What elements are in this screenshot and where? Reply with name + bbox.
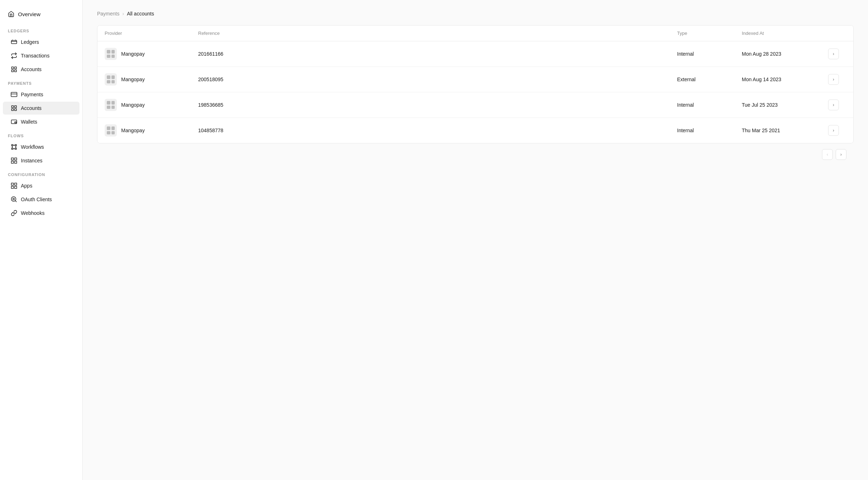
- icon-dot: [107, 80, 110, 84]
- provider-icon-2: [105, 73, 117, 86]
- icon-dot: [107, 50, 110, 54]
- row-arrow-3[interactable]: ›: [828, 100, 839, 110]
- wallets-icon: [11, 119, 17, 125]
- accounts-table: Provider Reference Type Indexed At Mango…: [97, 25, 854, 143]
- sidebar-item-instances[interactable]: Instances: [3, 154, 79, 167]
- provider-name-1: Mangopay: [121, 51, 145, 57]
- svg-rect-5: [11, 92, 17, 97]
- date-cell-4: Thu Mar 25 2021: [742, 128, 828, 133]
- svg-rect-23: [15, 161, 17, 163]
- svg-rect-25: [15, 183, 17, 185]
- row-arrow-1[interactable]: ›: [828, 49, 839, 59]
- type-cell-4: Internal: [677, 128, 742, 133]
- svg-rect-0: [12, 41, 17, 44]
- oauth-icon: [11, 196, 17, 203]
- section-label-ledgers: LEDGERS: [0, 24, 82, 35]
- ledgers-label: Ledgers: [21, 39, 39, 45]
- col-header-reference: Reference: [198, 31, 677, 36]
- icon-dot: [107, 126, 110, 130]
- sidebar-item-ledgers[interactable]: Ledgers: [3, 36, 79, 49]
- breadcrumb-separator: ›: [122, 11, 124, 17]
- type-cell-3: Internal: [677, 102, 742, 108]
- webhooks-label: Webhooks: [21, 210, 45, 216]
- svg-rect-7: [12, 106, 13, 107]
- sidebar-item-accounts-payments[interactable]: Accounts: [3, 102, 79, 115]
- main-content: Payments › All accounts Provider Referen…: [83, 0, 868, 480]
- next-page-button[interactable]: ›: [836, 149, 846, 160]
- sidebar-item-transactions[interactable]: Transactions: [3, 49, 79, 62]
- apps-label: Apps: [21, 183, 32, 189]
- apps-icon: [11, 183, 17, 189]
- svg-rect-27: [15, 186, 17, 189]
- table-row[interactable]: Mangopay 104858778 Internal Thu Mar 25 2…: [97, 118, 853, 143]
- icon-dot: [107, 101, 110, 105]
- provider-icon-3: [105, 99, 117, 111]
- provider-cell-1: Mangopay: [105, 48, 198, 60]
- sidebar-item-workflows[interactable]: Workflows: [3, 140, 79, 153]
- reference-cell-4: 104858778: [198, 128, 677, 133]
- row-arrow-4[interactable]: ›: [828, 125, 839, 136]
- accounts-payments-icon: [11, 105, 17, 111]
- svg-rect-9: [12, 109, 13, 111]
- type-cell-1: Internal: [677, 51, 742, 57]
- sidebar-item-payments[interactable]: Payments: [3, 88, 79, 101]
- payments-label: Payments: [21, 92, 43, 97]
- breadcrumb-parent[interactable]: Payments: [97, 11, 119, 17]
- svg-rect-8: [15, 106, 17, 107]
- reference-cell-3: 198536685: [198, 102, 677, 108]
- workflows-label: Workflows: [21, 144, 44, 150]
- provider-icon-4: [105, 124, 117, 137]
- icon-dot: [111, 55, 115, 58]
- overview-label: Overview: [18, 11, 41, 17]
- transactions-icon: [11, 52, 17, 59]
- sidebar-item-wallets[interactable]: Wallets: [3, 115, 79, 128]
- webhooks-icon: [11, 210, 17, 216]
- svg-rect-20: [12, 158, 14, 160]
- date-cell-3: Tue Jul 25 2023: [742, 102, 828, 108]
- sidebar-item-oauth-clients[interactable]: OAuth Clients: [3, 193, 79, 206]
- icon-dot: [111, 50, 115, 54]
- breadcrumb-current: All accounts: [127, 11, 154, 17]
- sidebar-item-apps[interactable]: Apps: [3, 179, 79, 192]
- sidebar: Overview LEDGERS Ledgers Transactions Ac…: [0, 0, 83, 480]
- col-header-indexed-at: Indexed At: [742, 31, 828, 36]
- sidebar-item-accounts-ledger[interactable]: Accounts: [3, 63, 79, 76]
- ledgers-icon: [11, 39, 17, 45]
- provider-icon-1: [105, 48, 117, 60]
- svg-rect-4: [15, 70, 17, 72]
- svg-rect-2: [15, 67, 17, 69]
- col-header-provider: Provider: [105, 31, 198, 36]
- svg-rect-22: [12, 161, 14, 163]
- type-cell-2: External: [677, 77, 742, 82]
- icon-dot: [111, 80, 115, 84]
- row-arrow-2[interactable]: ›: [828, 74, 839, 85]
- svg-rect-10: [15, 109, 17, 111]
- sidebar-item-webhooks[interactable]: Webhooks: [3, 207, 79, 220]
- transactions-label: Transactions: [21, 53, 50, 59]
- instances-icon: [11, 157, 17, 164]
- sidebar-item-overview[interactable]: Overview: [0, 7, 82, 24]
- instances-label: Instances: [21, 158, 42, 163]
- icon-dot: [107, 106, 110, 109]
- icon-dot: [111, 106, 115, 109]
- table-row[interactable]: Mangopay 201661166 Internal Mon Aug 28 2…: [97, 41, 853, 67]
- svg-rect-1: [12, 67, 13, 69]
- section-label-flows: FLOWS: [0, 129, 82, 140]
- icon-dot: [111, 131, 115, 135]
- table-row[interactable]: Mangopay 200518095 External Mon Aug 14 2…: [97, 67, 853, 92]
- provider-name-2: Mangopay: [121, 77, 145, 82]
- workflows-icon: [11, 144, 17, 150]
- col-header-action: [828, 31, 846, 36]
- reference-cell-2: 200518095: [198, 77, 677, 82]
- table-row[interactable]: Mangopay 198536685 Internal Tue Jul 25 2…: [97, 92, 853, 118]
- icon-dot: [107, 75, 110, 79]
- provider-cell-3: Mangopay: [105, 99, 198, 111]
- icon-dot: [111, 75, 115, 79]
- reference-cell-1: 201661166: [198, 51, 677, 57]
- section-label-configuration: CONFIGURATION: [0, 167, 82, 179]
- col-header-type: Type: [677, 31, 742, 36]
- prev-page-button[interactable]: ‹: [822, 149, 833, 160]
- accounts-payments-label: Accounts: [21, 105, 42, 111]
- pagination: ‹ ›: [97, 143, 854, 161]
- home-icon: [8, 11, 14, 17]
